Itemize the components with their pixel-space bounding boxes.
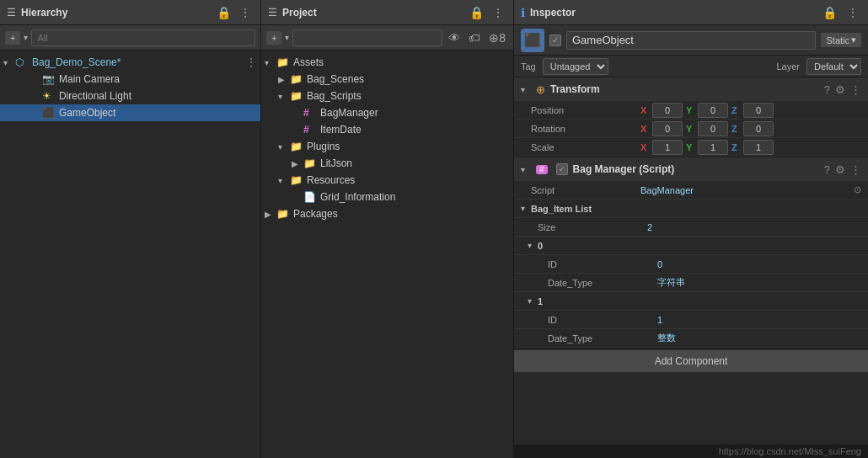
plugins-label: Plugins bbox=[307, 141, 340, 152]
project-add-arrow[interactable]: ▾ bbox=[285, 33, 289, 42]
item0-id-row: ID 0 bbox=[514, 255, 868, 274]
rotation-y-input[interactable] bbox=[698, 121, 728, 136]
hierarchy-add-button[interactable]: + bbox=[5, 31, 20, 45]
project-menu-icon[interactable]: ☰ bbox=[268, 7, 277, 19]
resources-arrow: ▾ bbox=[278, 176, 290, 185]
tag-dropdown[interactable]: Untagged bbox=[543, 58, 608, 75]
assets-arrow: ▾ bbox=[265, 58, 276, 67]
litjson-item[interactable]: ▶ 📁 LitJson bbox=[261, 155, 513, 172]
bag-manager-header[interactable]: ▾ # ✓ Bag Manager (Script) ? ⚙ ⋮ bbox=[514, 157, 868, 181]
gameobj-label: GameObject bbox=[59, 107, 115, 119]
gameobject-row: ⬛ ✓ Static ▾ bbox=[514, 25, 868, 56]
itemdate-label: ItemDate bbox=[320, 124, 362, 136]
scale-z-label: Z bbox=[731, 142, 742, 152]
project-more-icon[interactable]: ⋮ bbox=[490, 6, 506, 19]
project-content: ▾ 📁 Assets ▶ 📁 Bag_Scenes ▾ 📁 Bag_Script… bbox=[261, 51, 513, 458]
light-label: Directional Light bbox=[59, 90, 131, 102]
transform-more-icon[interactable]: ⋮ bbox=[850, 83, 861, 96]
script-label: Script bbox=[531, 185, 640, 195]
inspector-lock-icon[interactable]: 🔒 bbox=[820, 6, 839, 19]
transform-header[interactable]: ▾ ⊕ Transform ? ⚙ ⋮ bbox=[514, 77, 868, 101]
gameobject-name-input[interactable] bbox=[566, 31, 816, 50]
add-component-button[interactable]: Add Component bbox=[514, 350, 868, 372]
project-search-input[interactable] bbox=[292, 29, 442, 46]
inspector-content: ⬛ ✓ Static ▾ Tag Untagged Layer Default bbox=[514, 25, 868, 445]
bag-manager-help-icon[interactable]: ? bbox=[824, 163, 830, 176]
litjson-label: LitJson bbox=[320, 157, 352, 169]
bag-scripts-label: Bag_Scripts bbox=[307, 90, 362, 102]
bag-manager-settings-icon[interactable]: ⚙ bbox=[835, 163, 845, 176]
rotation-y-label: Y bbox=[686, 124, 696, 134]
rotation-x-input[interactable] bbox=[652, 121, 683, 136]
transform-help-icon[interactable]: ? bbox=[824, 83, 830, 96]
grid-info-item[interactable]: 📄 Grid_Information bbox=[261, 189, 513, 205]
resources-item[interactable]: ▾ 📁 Resources bbox=[261, 172, 513, 189]
position-x-input[interactable] bbox=[652, 103, 683, 118]
rotation-x-label: X bbox=[640, 124, 651, 134]
watermark: https://blog.csdn.net/Miss_suiFeng bbox=[514, 445, 868, 458]
item0-index-label: 0 bbox=[538, 241, 543, 251]
project-add-button[interactable]: + bbox=[266, 31, 281, 45]
bag-item-list-header[interactable]: ▾ Bag_Item List bbox=[514, 200, 868, 218]
inspector-header: ℹ Inspector 🔒 ⋮ bbox=[514, 0, 868, 25]
scene-item[interactable]: ▾ ⬡ Bag_Demo_Scene* ⋮ bbox=[0, 54, 260, 71]
position-y-input[interactable] bbox=[698, 103, 728, 118]
main-camera-item[interactable]: 📷 Main Camera bbox=[0, 71, 260, 88]
project-eye-icon[interactable]: 👁 bbox=[446, 31, 463, 45]
tag-label: Tag bbox=[521, 61, 536, 72]
bagmanager-item[interactable]: # BagManager bbox=[261, 104, 513, 121]
scale-x-input[interactable] bbox=[652, 140, 683, 155]
item0-header[interactable]: ▾ 0 bbox=[514, 237, 868, 255]
rotation-values: X Y Z bbox=[640, 121, 861, 136]
gameobject-item[interactable]: ⬛ GameObject bbox=[0, 104, 260, 121]
add-component-label: Add Component bbox=[655, 355, 728, 367]
scene-more-icon[interactable]: ⋮ bbox=[245, 56, 257, 69]
bag-manager-collapse-arrow: ▾ bbox=[521, 165, 531, 174]
size-label: Size bbox=[538, 222, 647, 232]
project-lock-icon[interactable]: 🔒 bbox=[467, 6, 486, 19]
item1-datetype-value: 整数 bbox=[657, 332, 676, 344]
hierarchy-menu-icon[interactable]: ☰ bbox=[7, 7, 16, 19]
gameobject-enabled-checkbox[interactable]: ✓ bbox=[549, 35, 561, 46]
packages-label: Packages bbox=[293, 208, 338, 220]
item0-collapse-arrow: ▾ bbox=[528, 241, 538, 250]
plugins-arrow: ▾ bbox=[278, 142, 290, 152]
grid-info-file-icon: 📄 bbox=[303, 191, 317, 203]
scale-x-group: X bbox=[640, 140, 683, 155]
plugins-folder-icon: 📁 bbox=[290, 141, 303, 152]
packages-item[interactable]: ▶ 📁 Packages bbox=[261, 205, 513, 222]
rotation-z-input[interactable] bbox=[743, 121, 774, 136]
hierarchy-add-arrow[interactable]: ▾ bbox=[24, 33, 28, 42]
position-z-input[interactable] bbox=[743, 103, 774, 118]
hierarchy-header: ☰ Hierarchy 🔒 ⋮ bbox=[0, 0, 260, 25]
bag-scenes-arrow: ▶ bbox=[278, 75, 290, 84]
scale-y-input[interactable] bbox=[698, 140, 728, 155]
inspector-more-icon[interactable]: ⋮ bbox=[844, 6, 861, 19]
directional-light-item[interactable]: ☀ Directional Light bbox=[0, 88, 260, 104]
project-info-icon[interactable]: ⊕8 bbox=[486, 31, 508, 45]
script-circle-icon[interactable]: ⊙ bbox=[854, 184, 861, 195]
scale-z-input[interactable] bbox=[743, 140, 774, 155]
assets-folder-item[interactable]: ▾ 📁 Assets bbox=[261, 54, 513, 71]
hierarchy-more-icon[interactable]: ⋮ bbox=[237, 6, 254, 19]
bag-scripts-item[interactable]: ▾ 📁 Bag_Scripts bbox=[261, 88, 513, 104]
plugins-item[interactable]: ▾ 📁 Plugins bbox=[261, 138, 513, 155]
itemdate-item[interactable]: # ItemDate bbox=[261, 121, 513, 138]
resources-folder-icon: 📁 bbox=[290, 174, 303, 186]
packages-arrow: ▶ bbox=[265, 210, 276, 219]
hierarchy-search-input[interactable] bbox=[31, 29, 255, 46]
script-row: Script BagManager ⊙ bbox=[514, 181, 868, 200]
bag-list-collapse-arrow: ▾ bbox=[521, 204, 531, 213]
bag-manager-more-icon[interactable]: ⋮ bbox=[850, 163, 861, 176]
item1-header[interactable]: ▾ 1 bbox=[514, 292, 868, 311]
position-z-label: Z bbox=[731, 105, 742, 115]
hierarchy-panel: ☰ Hierarchy 🔒 ⋮ + ▾ ▾ ⬡ Bag_Demo_Scene* … bbox=[0, 0, 261, 458]
project-bookmark-icon[interactable]: 🏷 bbox=[466, 31, 483, 45]
transform-settings-icon[interactable]: ⚙ bbox=[835, 83, 845, 96]
hierarchy-lock-icon[interactable]: 🔒 bbox=[214, 6, 233, 19]
bag-scenes-item[interactable]: ▶ 📁 Bag_Scenes bbox=[261, 71, 513, 88]
layer-dropdown[interactable]: Default bbox=[806, 58, 861, 75]
static-button[interactable]: Static ▾ bbox=[821, 33, 861, 47]
bag-manager-title: Bag Manager (Script) bbox=[573, 163, 675, 175]
bag-manager-enabled-checkbox[interactable]: ✓ bbox=[556, 163, 568, 175]
